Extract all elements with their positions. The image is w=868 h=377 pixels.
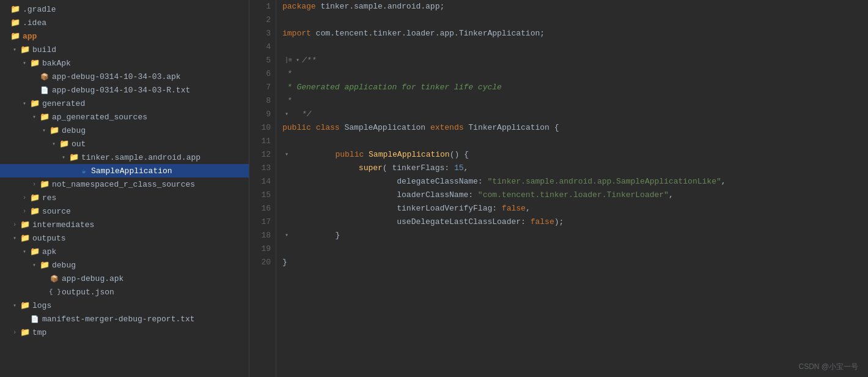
token-type: TinkerApplication { (463, 121, 559, 135)
tree-arrow[interactable]: › (20, 208, 29, 215)
item-label: intermediates (32, 220, 94, 230)
file-tree[interactable]: 📁.gradle📁.idea📁app▾📁build▾📁bakApk📦app-de… (0, 0, 249, 377)
folder-icon: 📁 (20, 220, 31, 230)
token-type: () { (450, 148, 469, 162)
folder-icon: 📁 (29, 99, 40, 108)
token-method: super (359, 162, 383, 175)
sidebar-item-outputs[interactable]: ▾📁outputs (0, 231, 249, 245)
tree-arrow[interactable]: ▾ (49, 140, 59, 147)
folder-icon: 📁 (29, 58, 40, 68)
folder-icon: 📁 (39, 260, 50, 270)
token-kw: public (282, 121, 311, 135)
sidebar-item-debug2[interactable]: ▾📁debug (0, 258, 249, 272)
sidebar-item-tmp[interactable]: ›📁tmp (0, 326, 249, 339)
sidebar-item-apk_dir[interactable]: ▾📁apk (0, 245, 249, 258)
folder-icon: 📁 (29, 193, 40, 203)
token-type: com.tencent.tinker.loader.app.TinkerAppl… (311, 27, 545, 40)
token-type: useDelegateLastClassLoader: (282, 215, 531, 229)
sidebar-item-not_namespaced[interactable]: ›📁not_namespaced_r_class_sources (0, 177, 249, 191)
code-line: * Generated application for tinker life … (282, 81, 868, 94)
sidebar-item-debug[interactable]: ▾📁debug (0, 124, 249, 137)
apk-icon: 📦 (39, 73, 50, 81)
line-number: 17 (254, 215, 271, 229)
sidebar-item-app[interactable]: 📁app (0, 29, 249, 43)
tree-arrow[interactable]: › (29, 181, 39, 188)
item-label: ap_generated_sources (52, 113, 147, 122)
code-line: tinkerLoadVerifyFlag: false, (282, 202, 868, 215)
line-number: 12 (254, 148, 271, 162)
token-method: SampleApplication (369, 148, 450, 162)
sidebar-item-ap_generated_sources[interactable]: ▾📁ap_generated_sources (0, 110, 249, 124)
folder-icon: 📁 (20, 45, 31, 54)
sidebar-item-output-json[interactable]: { }output.json (0, 285, 249, 299)
sidebar-item-SampleApplication[interactable]: ☕SampleApplication (0, 164, 249, 177)
code-line: ▾ } (282, 229, 868, 242)
sidebar-item-res[interactable]: ›📁res (0, 191, 249, 204)
sidebar-item-gradle[interactable]: 📁.gradle (0, 2, 249, 16)
sidebar-item-source[interactable]: ›📁source (0, 204, 249, 218)
tree-arrow[interactable]: ▾ (29, 113, 39, 121)
code-line: super( tinkerFlags: 15, (282, 162, 868, 175)
tree-arrow[interactable]: ▾ (10, 234, 20, 242)
folder-icon: 📁 (20, 327, 31, 337)
item-label: bakApk (42, 59, 71, 68)
line-number: 8 (254, 94, 271, 108)
folder-icon: 📁 (39, 179, 50, 189)
tree-arrow[interactable]: › (10, 222, 20, 228)
line-number: 4 (254, 40, 271, 54)
sidebar-item-pkg[interactable]: ▾📁tinker.sample.android.app (0, 151, 249, 164)
code-line: |≡ ▾/** (282, 54, 868, 67)
tree-arrow[interactable]: ▾ (59, 154, 68, 161)
sidebar-item-generated[interactable]: ▾📁generated (0, 97, 249, 110)
folder-icon: 📁 (10, 4, 21, 14)
sidebar-item-intermediates[interactable]: ›📁intermediates (0, 218, 249, 231)
line-number: 14 (254, 175, 271, 188)
code-line: package tinker.sample.android.app; (282, 0, 868, 13)
line-meta: ▾ (282, 108, 295, 121)
tree-arrow[interactable]: › (10, 329, 20, 336)
folder-icon: 📁 (39, 112, 50, 122)
sidebar-item-manifest-report[interactable]: 📄manifest-merger-debug-report.txt (0, 312, 249, 326)
tree-arrow[interactable]: ▾ (29, 261, 39, 269)
sidebar-item-build[interactable]: ▾📁build (0, 43, 249, 56)
item-label: app (23, 32, 37, 41)
line-number: 10 (254, 121, 271, 135)
sidebar-item-logs[interactable]: ▾📁logs (0, 299, 249, 312)
token-type (311, 121, 316, 135)
tree-arrow[interactable]: ▾ (20, 100, 29, 107)
token-type: tinkerLoadVerifyFlag: (282, 202, 502, 215)
item-label: res (42, 193, 56, 203)
code-line: loaderClassName: "com.tencent.tinker.loa… (282, 188, 868, 202)
sidebar-item-apk1[interactable]: 📦app-debug-0314-10-34-03.apk (0, 70, 249, 83)
code-line: useDelegateLastClassLoader: false); (282, 215, 868, 229)
token-type: loaderClassName: (282, 188, 478, 202)
item-label: app-debug-0314-10-34-03-R.txt (52, 86, 190, 95)
tree-arrow[interactable]: ▾ (20, 248, 29, 255)
sidebar-item-idea[interactable]: 📁.idea (0, 16, 249, 29)
tree-arrow[interactable]: › (20, 195, 29, 201)
sidebar-item-out[interactable]: ▾📁out (0, 137, 249, 151)
line-number: 19 (254, 242, 271, 256)
tree-arrow[interactable]: ▾ (10, 46, 20, 53)
line-number: 13 (254, 162, 271, 175)
code-line (282, 40, 868, 54)
item-label: logs (32, 301, 51, 310)
token-type: delegateClassName: (282, 175, 487, 188)
tree-arrow[interactable]: ▾ (39, 127, 49, 134)
code-line: ▾ */ (282, 108, 868, 121)
item-label: source (42, 207, 71, 216)
item-label: .idea (23, 18, 46, 28)
tree-arrow[interactable]: ▾ (10, 302, 20, 309)
tree-arrow[interactable]: ▾ (20, 59, 29, 67)
token-type: SampleApplication (340, 121, 430, 135)
sidebar-item-txt1[interactable]: 📄app-debug-0314-10-34-03-R.txt (0, 83, 249, 97)
line-number: 16 (254, 202, 271, 215)
line-number: 2 (254, 13, 271, 27)
folder-icon: 📁 (10, 31, 21, 41)
line-number: 7 (254, 81, 271, 94)
code-line (282, 242, 868, 256)
sidebar-item-app-debug-apk[interactable]: 📦app-debug.apk (0, 272, 249, 285)
sidebar-item-bakApk[interactable]: ▾📁bakApk (0, 56, 249, 70)
line-number: 18 (254, 229, 271, 242)
folder-icon: 📁 (49, 125, 60, 135)
